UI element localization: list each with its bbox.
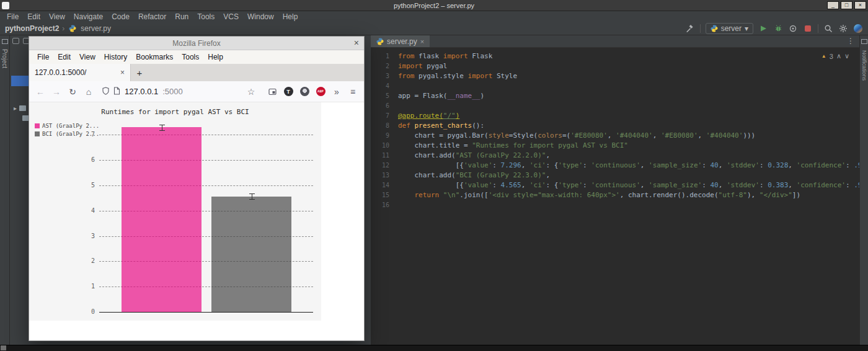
notifications-tool-icon[interactable] [861,39,867,44]
chevron-down-icon[interactable]: ∨ [844,52,849,60]
notifications-stripe-label[interactable]: Notifications [861,50,867,81]
project-view-icon[interactable] [12,38,19,44]
firefox-menu-tools[interactable]: Tools [177,53,203,61]
y-tick-label: 2 [79,257,95,265]
ide-menu-run[interactable]: Run [170,12,193,21]
code-line-13[interactable]: 13 chart.add("BCI (GraalPy 22.3.0)", [371,171,859,180]
tab-close-icon[interactable]: × [120,68,125,77]
settings-gear-icon[interactable] [838,24,848,33]
chevron-expand-icon[interactable]: ▸ [14,105,17,112]
firefox-ball-icon[interactable] [853,24,863,33]
home-icon[interactable]: ⌂ [81,84,96,99]
legend-item[interactable]: AST (GraalPy 2... [35,123,99,129]
forward-icon[interactable]: → [49,84,64,99]
firefox-menu-help[interactable]: Help [203,53,228,61]
code-line-14[interactable]: 14 [{'value': 4.565, 'ci': {'type': 'con… [371,180,859,190]
url-host: 127.0.0.1 [125,87,158,96]
code-line-10[interactable]: 10 chart.title = "Runtimes for import py… [371,141,859,151]
project-tree-item[interactable]: ▸ [14,104,26,113]
stop-button-icon[interactable] [803,24,813,33]
editor-tab-server-py[interactable]: server.py × [371,35,430,47]
ide-menu-edit[interactable]: Edit [23,12,45,21]
ide-menu-code[interactable]: Code [107,12,134,21]
code-line-15[interactable]: 15 return "\n".join(['<div style="max-wi… [371,190,859,200]
bar-ast[interactable] [122,127,202,312]
ide-menu-help[interactable]: Help [278,12,303,21]
chevron-right-icon: › [62,24,64,33]
breadcrumb-file[interactable]: server.py [81,24,111,33]
firefox-menu-file[interactable]: File [33,53,53,61]
code-line-1[interactable]: 1from flask import Flask [371,51,859,61]
ide-menu-window[interactable]: Window [243,12,278,21]
overflow-chevrons-icon[interactable]: » [329,84,344,99]
inspections-widget[interactable]: ▲ 3 ∧ ∨ [822,52,849,60]
page-info-icon[interactable] [113,86,120,97]
maximize-button[interactable]: □ [841,1,852,9]
code-line-6[interactable]: 6 [371,101,859,111]
bookmark-star-icon[interactable]: ☆ [244,84,259,99]
firefox-menu-history[interactable]: History [100,53,131,61]
ide-menu-vcs[interactable]: VCS [219,12,243,21]
firefox-menu-bookmarks[interactable]: Bookmarks [131,53,177,61]
taskbar-launcher-icon[interactable] [1,345,6,350]
code-line-8[interactable]: 8def present_charts(): [371,121,859,131]
code-line-9[interactable]: 9 chart = pygal.Bar(style=Style(colors=(… [371,131,859,141]
browser-tab-label: 127.0.0.1:5000/ [35,68,117,77]
tab-close-icon[interactable]: × [420,38,424,45]
taskbar[interactable] [0,345,868,351]
extension-t-icon[interactable]: T [281,84,296,99]
new-tab-button[interactable]: + [131,64,148,81]
ide-menu-navigate[interactable]: Navigate [69,12,107,21]
adblock-plus-icon[interactable]: ABP [313,84,328,99]
ide-menu-file[interactable]: File [2,12,23,21]
debug-bug-icon[interactable] [773,24,783,33]
y-tick-label: 0 [79,308,95,316]
code-line-16[interactable]: 16 [371,200,859,210]
reload-icon[interactable]: ↻ [65,84,80,99]
ide-menu-refactor[interactable]: Refactor [134,12,170,21]
code-line-5[interactable]: 5app = Flask(__name__) [371,91,859,101]
line-number: 13 [371,171,398,180]
code-editor[interactable]: 1from flask import Flask2import pygal3fr… [371,48,859,345]
ide-menu-view[interactable]: View [45,12,69,21]
tab-options-kebab-icon[interactable]: ⋮ [847,37,854,45]
back-icon[interactable]: ← [33,84,48,99]
close-button[interactable]: × [854,1,866,9]
firefox-close-icon[interactable]: × [354,38,359,48]
breadcrumb-project[interactable]: pythonProject2 [5,24,59,33]
extension-badge-icon[interactable] [297,84,312,99]
project-stripe-label[interactable]: Project [1,49,8,68]
code-text: app = Flask(__name__) [398,91,484,101]
firefox-menu-view[interactable]: View [75,53,100,61]
code-line-11[interactable]: 11 chart.add("AST (GraalPy 22.2.0)", [371,151,859,161]
container-frame-icon[interactable] [265,84,280,99]
coverage-icon[interactable] [788,24,798,33]
browser-tab[interactable]: 127.0.0.1:5000/ × [29,64,131,81]
line-number: 14 [371,180,398,190]
code-line-7[interactable]: 7@app.route("/") [371,111,859,121]
code-line-3[interactable]: 3from pygal.style import Style [371,71,859,81]
build-hammer-icon[interactable] [685,24,695,33]
project-tree-item[interactable] [14,113,29,123]
run-button-icon[interactable] [758,24,768,33]
url-bar[interactable]: 127.0.0.1 :5000 ☆ [97,83,264,100]
ide-menu-tools[interactable]: Tools [193,12,219,21]
toolbar-separator [818,24,818,33]
line-number: 2 [371,61,398,71]
firefox-titlebar[interactable]: Mozilla Firefox × [29,37,364,50]
search-everywhere-icon[interactable] [823,24,833,33]
code-line-4[interactable]: 4 [371,81,859,91]
shield-icon[interactable] [102,86,109,97]
code-line-12[interactable]: 12 [{'value': 7.296, 'ci': {'type': 'con… [371,161,859,171]
project-tool-icon[interactable] [2,39,8,44]
code-line-2[interactable]: 2import pygal [371,61,859,71]
y-tick-label: 5 [79,182,95,189]
chevron-up-icon[interactable]: ∧ [836,52,841,60]
firefox-menu-edit[interactable]: Edit [53,53,75,61]
hamburger-menu-icon[interactable]: ≡ [345,84,360,99]
minimize-button[interactable]: _ [827,1,839,9]
run-configuration-select[interactable]: server ▾ [706,23,753,34]
code-text: return "\n".join(['<div style="max-width… [398,190,800,200]
bar-bci[interactable] [211,197,291,312]
line-number: 7 [371,111,398,121]
